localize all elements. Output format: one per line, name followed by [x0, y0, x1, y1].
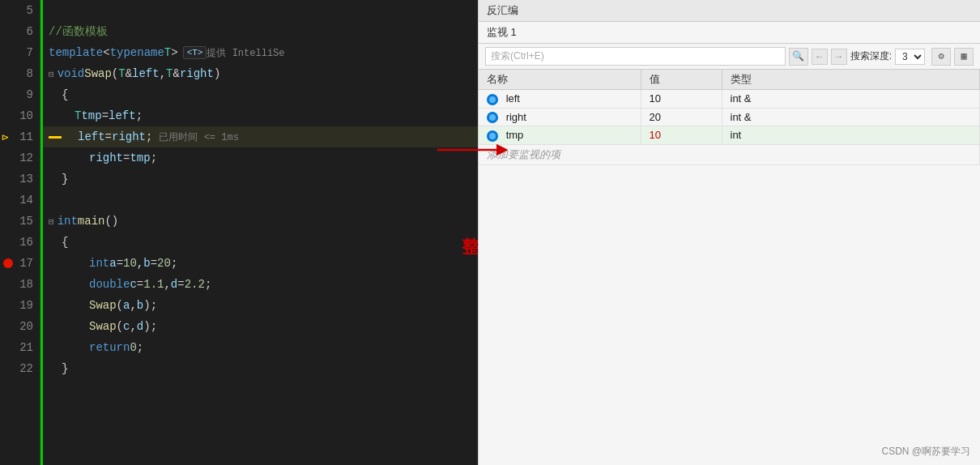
- watch-title-bar: 反汇编: [479, 0, 980, 22]
- current-line-marker: [49, 136, 62, 139]
- param-right: right: [180, 67, 214, 80]
- line-8: 8: [0, 63, 40, 84]
- var-left-ref: left: [109, 109, 136, 122]
- col-header-type: 类型: [722, 70, 980, 90]
- search-placeholder: 搜索(Ctrl+E): [491, 49, 544, 63]
- depth-select[interactable]: 3 1 2 4 5: [895, 49, 925, 65]
- func-swap: Swap: [84, 67, 112, 80]
- func-main: main: [78, 215, 105, 228]
- type-T-tmp: T: [75, 109, 81, 122]
- watch-var-right-value: 20: [641, 108, 722, 126]
- collapse-icon: ⊟: [49, 69, 54, 79]
- watch-row-tmp[interactable]: tmp 10 int: [479, 126, 980, 145]
- type-param-T: T: [164, 46, 171, 59]
- arg-b: b: [137, 299, 143, 312]
- var-a: a: [109, 257, 116, 270]
- param-left: left: [132, 67, 160, 80]
- add-watch-label[interactable]: 添加要监视的项: [479, 144, 980, 164]
- watch-search-bar: 搜索(Ctrl+E) 🔍 ← → 搜索深度: 3 1 2 4 5 ⚙ ▦: [479, 44, 980, 70]
- search-input-wrapper[interactable]: 搜索(Ctrl+E): [485, 47, 786, 66]
- line-9: 9: [0, 84, 40, 105]
- watch-var-left-name: left: [479, 90, 641, 109]
- line-13: 13: [0, 169, 40, 190]
- arg-d: d: [137, 320, 143, 333]
- line-19: 19: [0, 295, 40, 316]
- green-indent-bar: [40, 0, 43, 465]
- search-next-button[interactable]: →: [831, 49, 847, 65]
- debug-arrow-icon: ⊳: [2, 130, 8, 144]
- line-6: 6: [0, 21, 40, 42]
- line-11-active: 11 ⊳: [0, 126, 40, 147]
- watch-row-left[interactable]: left 10 int &: [479, 90, 980, 109]
- var-b: b: [143, 257, 150, 270]
- watermark: CSDN @啊苏要学习: [881, 445, 970, 459]
- var-icon-right: [487, 112, 498, 123]
- line-14: 14: [0, 190, 40, 211]
- watch-add-row[interactable]: 添加要监视的项: [479, 144, 980, 164]
- keyword-template: template: [49, 46, 103, 59]
- var-right-tmp: right: [89, 151, 123, 164]
- call-swap-cd: Swap: [89, 320, 117, 333]
- num-1-1: 1.1: [143, 278, 164, 291]
- var-d: d: [171, 278, 177, 291]
- num-10-a: 10: [123, 257, 137, 270]
- watch-var-left-type: int &: [722, 90, 980, 109]
- col-header-value: 值: [641, 70, 722, 90]
- line-20: 20: [0, 316, 40, 337]
- line-10: 10: [0, 105, 40, 126]
- watch-table: 名称 值 类型 left 10 int &: [479, 70, 980, 465]
- call-swap-ab: Swap: [89, 299, 117, 312]
- watch-var-right-name: right: [479, 108, 641, 126]
- num-0: 0: [130, 341, 136, 354]
- line-22: 22: [0, 358, 40, 379]
- keyword-return: return: [89, 341, 130, 354]
- intellisense-badge: <T>: [183, 46, 207, 59]
- type-T-left: T: [118, 67, 125, 80]
- num-2-2: 2.2: [185, 278, 205, 291]
- line-7: 7: [0, 42, 40, 63]
- comment-functions-template: //函数模板: [49, 24, 108, 39]
- watch-var-right-type: int &: [722, 108, 980, 126]
- var-tmp: tmp: [81, 109, 101, 122]
- line-18: 18: [0, 274, 40, 295]
- num-20-b: 20: [157, 257, 171, 270]
- watch-var-tmp-value: 10: [641, 126, 722, 145]
- watch-title: 反汇编: [487, 4, 518, 16]
- line-12: 12: [0, 147, 40, 169]
- search-button[interactable]: 🔍: [789, 48, 808, 66]
- watch-var-left-value: 10: [641, 90, 722, 109]
- watch-row-right[interactable]: right 20 int &: [479, 108, 980, 126]
- watch-var-tmp-type: int: [722, 126, 980, 145]
- var-tmp-assign: tmp: [130, 151, 150, 164]
- keyword-int-a: int: [89, 257, 109, 270]
- arg-a: a: [123, 299, 130, 312]
- var-right-assign: right: [112, 130, 146, 143]
- var-c: c: [130, 278, 136, 291]
- watch-panel: 反汇编 监视 1 搜索(Ctrl+E) 🔍 ← → 搜索深度: 3 1 2 4 …: [478, 0, 980, 465]
- line-21: 21: [0, 337, 40, 358]
- collapse-icon-main: ⊟: [49, 216, 54, 227]
- watch-tab-bar[interactable]: 监视 1: [479, 22, 980, 44]
- keyword-int-main: int: [58, 215, 78, 228]
- filter-button[interactable]: ⚙: [931, 48, 951, 66]
- var-left-assign: left: [78, 130, 105, 143]
- watch-tab-1[interactable]: 监视 1: [487, 26, 517, 38]
- line-15: 15: [0, 211, 40, 232]
- keyword-double: double: [89, 278, 130, 291]
- line-5: 5: [0, 0, 40, 21]
- columns-button[interactable]: ▦: [954, 48, 974, 66]
- intellisense-text: 提供 IntelliSe: [207, 46, 284, 60]
- line-16: 16: [0, 232, 40, 253]
- keyword-typename: typename: [110, 46, 164, 59]
- arg-c: c: [123, 320, 130, 333]
- editor-container: 5 6 7 8 9 10 11 ⊳ 12 13 14 15 16 17 18 1…: [0, 0, 980, 465]
- var-icon-left: [487, 94, 498, 105]
- breakpoint-indicator: [3, 258, 13, 268]
- depth-label: 搜索深度:: [850, 49, 892, 63]
- col-header-name: 名称: [479, 70, 641, 90]
- type-T-right: T: [166, 67, 173, 80]
- keyword-void: void: [58, 67, 85, 80]
- line-17-breakpoint: 17: [0, 253, 40, 274]
- line-number-gutter: 5 6 7 8 9 10 11 ⊳ 12 13 14 15 16 17 18 1…: [0, 0, 40, 465]
- search-prev-button[interactable]: ←: [812, 49, 828, 65]
